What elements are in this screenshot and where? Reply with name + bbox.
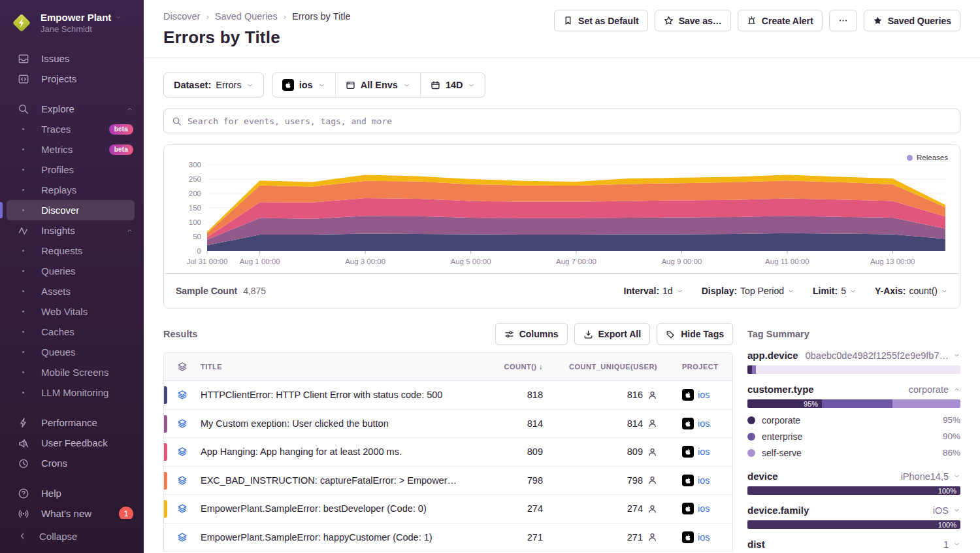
- breadcrumb-discover[interactable]: Discover: [163, 11, 200, 22]
- error-title[interactable]: EXC_BAD_INSTRUCTION: captureFatalError: …: [201, 475, 468, 486]
- stack-trace-icon[interactable]: [164, 446, 201, 457]
- results-section: Results ColumnsExport AllHide Tags TITLE…: [163, 323, 733, 553]
- releases-legend-label: Releases: [917, 154, 948, 161]
- sidebar-item-explore[interactable]: Explore: [0, 99, 144, 119]
- column-title[interactable]: TITLE: [201, 363, 468, 371]
- error-title[interactable]: App Hanging: App hanging for at least 20…: [201, 446, 468, 457]
- table-row[interactable]: My Custom exeption: User clicked the but…: [164, 410, 732, 439]
- search-bar: [163, 109, 960, 133]
- sidebar-item-help[interactable]: Help: [0, 483, 144, 503]
- svg-text:Jul 31 00:00: Jul 31 00:00: [187, 258, 228, 265]
- stack-trace-icon[interactable]: [164, 475, 201, 486]
- tag-segment: [892, 399, 960, 408]
- sidebar-item-issues[interactable]: Issues: [0, 48, 144, 69]
- sidebar-item-profiles[interactable]: Profiles: [0, 159, 144, 180]
- y-axis-selector[interactable]: Y-Axis:count(): [875, 286, 948, 296]
- stack-trace-icon[interactable]: [164, 390, 201, 400]
- org-switcher[interactable]: Empower Plant Jane Schmidt: [0, 9, 144, 46]
- sidebar-item-performance[interactable]: Performance: [0, 412, 144, 433]
- sidebar-item-insights[interactable]: Insights: [0, 220, 144, 241]
- saved-queries-button[interactable]: Saved Queries: [864, 10, 960, 31]
- error-title[interactable]: EmpowerPlant.SampleError: bestDeveloper …: [201, 503, 468, 514]
- sidebar-item-queries[interactable]: Queries: [0, 261, 144, 281]
- error-title[interactable]: EmpowerPlant.SampleError: happyCustomer …: [201, 532, 468, 543]
- search-input[interactable]: [188, 116, 952, 126]
- tag-header[interactable]: deviceiPhone14,5: [747, 471, 960, 482]
- stack-trace-icon[interactable]: [164, 503, 201, 514]
- stack-trace-icon[interactable]: [164, 532, 201, 543]
- table-row[interactable]: EmpowerPlant.SampleError: bestDeveloper …: [164, 495, 732, 524]
- tag-distribution-bar[interactable]: 100%: [747, 486, 960, 495]
- sidebar-item-discover[interactable]: Discover: [7, 200, 135, 220]
- error-title[interactable]: My Custom exeption: User clicked the but…: [201, 418, 468, 429]
- set-as-default-button[interactable]: Set as Default: [554, 10, 648, 31]
- column-project[interactable]: PROJECT: [657, 363, 732, 371]
- limit-selector[interactable]: Limit:5: [813, 286, 857, 296]
- dataset-selector[interactable]: Dataset: Errors: [163, 73, 264, 97]
- sidebar-item-replays[interactable]: Replays: [0, 180, 144, 200]
- sidebar-item-metrics[interactable]: Metricsbeta: [0, 139, 144, 159]
- table-row[interactable]: EmpowerPlant.SampleError: happyCustomer …: [164, 524, 732, 552]
- sidebar-item-requests[interactable]: Requests: [0, 241, 144, 261]
- sidebar-item-caches[interactable]: Caches: [0, 322, 144, 342]
- breadcrumb-saved-queries[interactable]: Saved Queries: [215, 11, 278, 22]
- table-row[interactable]: EXC_BAD_INSTRUCTION: captureFatalError: …: [164, 467, 732, 495]
- tag-distribution-bar[interactable]: [747, 365, 960, 374]
- sidebar-item-assets[interactable]: Assets: [0, 281, 144, 301]
- project-link[interactable]: ios: [698, 418, 710, 429]
- tag-legend-row[interactable]: corporate95%: [747, 412, 960, 428]
- more-options-button[interactable]: [829, 10, 857, 31]
- environment-filter[interactable]: All Envs: [335, 73, 420, 97]
- sidebar-item-user-feedback[interactable]: User Feedback: [0, 433, 144, 453]
- project-link[interactable]: ios: [698, 503, 710, 514]
- project-filter[interactable]: ios: [272, 73, 335, 97]
- table-row[interactable]: App Hanging: App hanging for at least 20…: [164, 438, 732, 467]
- table-row[interactable]: HTTPClientError: HTTP Client Error with …: [164, 381, 732, 410]
- tag-block-customer-type: customer.typecorporate95%corporate95%ent…: [747, 384, 960, 461]
- sidebar-item-label: User Feedback: [41, 437, 108, 448]
- project-link[interactable]: ios: [698, 390, 710, 400]
- sidebar-item-crons[interactable]: Crons: [0, 453, 144, 473]
- display-selector[interactable]: Display:Top Period: [702, 286, 794, 296]
- sidebar-item-mobile-screens[interactable]: Mobile Screens: [0, 362, 144, 382]
- tag-legend-row[interactable]: self-serve86%: [747, 444, 960, 461]
- sidebar-item-web-vitals[interactable]: Web Vitals: [0, 301, 144, 322]
- bullet-dot: [17, 148, 29, 150]
- chevron-down-icon: [953, 473, 960, 480]
- sidebar-item-whats-new[interactable]: What's new1: [0, 503, 144, 519]
- sidebar-item-traces[interactable]: Tracesbeta: [0, 119, 144, 139]
- sidebar-item-projects[interactable]: Projects: [0, 69, 144, 89]
- project-link[interactable]: ios: [698, 475, 710, 486]
- user-icon: [647, 418, 657, 428]
- stack-trace-icon[interactable]: [164, 418, 201, 429]
- error-title[interactable]: HTTPClientError: HTTP Client Error with …: [201, 390, 468, 400]
- tag-header[interactable]: customer.typecorporate: [747, 384, 960, 395]
- tag-distribution-bar[interactable]: 100%: [747, 520, 960, 529]
- chart-legend[interactable]: Releases: [907, 154, 948, 161]
- columns-button[interactable]: Columns: [495, 323, 568, 345]
- interval-selector[interactable]: Interval:1d: [624, 286, 683, 296]
- chevron-up-icon[interactable]: [126, 227, 133, 234]
- tag-header[interactable]: device.familyiOS: [747, 505, 960, 516]
- tag-header[interactable]: app.device0baebc0de4982f1255f2e9e9fb7…: [747, 350, 960, 361]
- tag-header[interactable]: dist1: [747, 539, 960, 550]
- column-count[interactable]: COUNT()↓: [468, 362, 543, 371]
- hide-tags-button[interactable]: Hide Tags: [657, 323, 733, 345]
- stacked-area-chart[interactable]: 050100150200250300Jul 31 00:00Aug 1 00:0…: [174, 154, 949, 271]
- project-link[interactable]: ios: [698, 532, 710, 543]
- tag-distribution-bar[interactable]: 95%: [747, 399, 960, 408]
- count-value: 814: [468, 418, 543, 429]
- project-link[interactable]: ios: [698, 446, 710, 457]
- date-range-filter[interactable]: 14D: [420, 73, 485, 97]
- chevron-up-icon[interactable]: [126, 105, 133, 112]
- column-count-unique[interactable]: COUNT_UNIQUE(USER): [543, 363, 657, 371]
- tag-legend-row[interactable]: enterprise90%: [747, 428, 960, 444]
- sidebar-collapse-button[interactable]: Collapse: [0, 519, 144, 553]
- svg-text:Aug 13 00:00: Aug 13 00:00: [870, 258, 915, 265]
- export-all-button[interactable]: Export All: [574, 323, 651, 345]
- save-as-button[interactable]: Save as…: [655, 10, 731, 31]
- sidebar-item-queues[interactable]: Queues: [0, 342, 144, 362]
- sidebar-item-label: Crons: [41, 458, 67, 469]
- sidebar-item-llm-monitoring[interactable]: LLM Monitoring: [0, 382, 144, 403]
- create-alert-button[interactable]: Create Alert: [738, 10, 823, 31]
